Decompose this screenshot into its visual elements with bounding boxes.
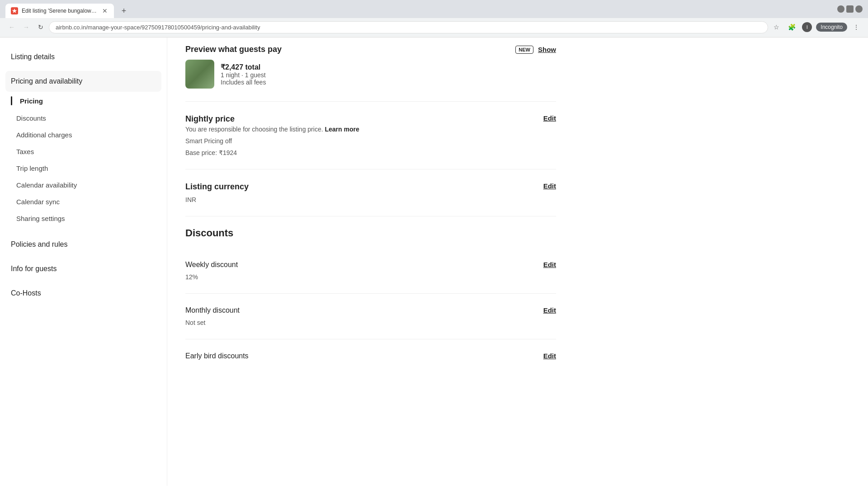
browser-titlebar: Edit listing 'Serene bungalow in c... ✕ …	[0, 0, 868, 18]
preview-img-inner	[185, 60, 214, 89]
listing-currency-text-block: Listing currency INR	[185, 182, 249, 203]
sidebar-sub-item-pricing[interactable]: Pricing	[0, 92, 167, 110]
sidebar-item-info-guests[interactable]: Info for guests	[0, 258, 167, 279]
preview-controls: NEW Show	[515, 46, 556, 54]
sidebar-sub-trip-length-label: Trip length	[16, 164, 48, 172]
bookmark-icon[interactable]: ☆	[770, 21, 783, 33]
tab-favicon	[11, 7, 18, 14]
listing-currency-header: Listing currency INR Edit	[185, 182, 556, 203]
browser-tab-active[interactable]: Edit listing 'Serene bungalow in c... ✕	[5, 4, 114, 18]
listing-currency-edit-button[interactable]: Edit	[534, 182, 556, 190]
preview-text: ₹2,427 total 1 night · 1 guest Includes …	[221, 63, 556, 86]
minimize-button[interactable]	[837, 5, 844, 13]
base-price-value: Base price: ₹1924	[185, 149, 359, 156]
listing-currency-title: Listing currency	[185, 182, 249, 192]
monthly-discount-section: Monthly discount Not set Edit	[185, 294, 556, 339]
discounts-heading-row: Discounts	[185, 216, 556, 248]
nightly-price-subtitle: You are responsible for choosing the lis…	[185, 126, 359, 133]
nightly-price-edit-button[interactable]: Edit	[534, 114, 556, 122]
sidebar-section-pricing: Pricing and availability Pricing Discoun…	[0, 71, 167, 230]
sidebar-sub-additional-charges-label: Additional charges	[16, 131, 72, 139]
monthly-discount-edit-button[interactable]: Edit	[534, 306, 556, 314]
back-button[interactable]: ←	[5, 21, 18, 33]
sidebar-sub-taxes-label: Taxes	[16, 148, 34, 155]
forward-button[interactable]: →	[20, 21, 33, 33]
listing-currency-section: Listing currency INR Edit	[185, 169, 556, 216]
sidebar-section-listing: Listing details	[0, 47, 167, 67]
menu-icon[interactable]: ⋮	[850, 21, 863, 33]
sidebar-sub-pricing-label: Pricing	[20, 97, 43, 105]
sidebar-item-pricing-availability[interactable]: Pricing and availability	[5, 71, 161, 92]
extensions-icon[interactable]: 🧩	[785, 21, 798, 33]
nightly-price-subtitle-text: You are responsible for choosing the lis…	[185, 126, 323, 133]
maximize-button[interactable]	[846, 5, 854, 13]
sidebar: Listing details Pricing and availability…	[0, 38, 167, 486]
url-text: airbnb.co.in/manage-your-space/927509178…	[56, 24, 260, 31]
preview-header: Preview what guests pay NEW Show	[185, 45, 556, 54]
weekly-discount-section: Weekly discount 12% Edit	[185, 248, 556, 294]
address-bar[interactable]: airbnb.co.in/manage-your-space/927509178…	[49, 21, 768, 33]
sidebar-sub-item-additional-charges[interactable]: Additional charges	[0, 127, 167, 143]
sidebar-sub-item-calendar-sync[interactable]: Calendar sync	[0, 193, 167, 210]
preview-total-price: ₹2,427 total	[221, 63, 556, 71]
toolbar-icons: ☆ 🧩 I Incognito ⋮	[770, 21, 863, 33]
monthly-discount-value: Not set	[185, 319, 240, 326]
preview-stay-info: 1 night · 1 guest	[221, 71, 556, 79]
weekly-discount-edit-button[interactable]: Edit	[534, 261, 556, 268]
sidebar-sub-item-sharing-settings[interactable]: Sharing settings	[0, 210, 167, 227]
learn-more-link[interactable]: Learn more	[325, 126, 359, 133]
browser-chrome: Edit listing 'Serene bungalow in c... ✕ …	[0, 0, 868, 38]
nightly-price-section: Nightly price You are responsible for ch…	[185, 102, 556, 169]
reload-button[interactable]: ↻	[34, 21, 47, 33]
sidebar-sub-item-trip-length[interactable]: Trip length	[0, 160, 167, 177]
early-bird-header: Early bird discounts Edit	[185, 352, 556, 362]
main-content: Preview what guests pay NEW Show ₹2,427 …	[167, 38, 574, 486]
nightly-price-header: Nightly price You are responsible for ch…	[185, 114, 556, 156]
preview-listing-image	[185, 60, 214, 89]
sidebar-section-co-hosts: Co-Hosts	[0, 283, 167, 304]
smart-pricing-status: Smart Pricing off	[185, 137, 359, 145]
new-badge: NEW	[515, 46, 533, 54]
weekly-discount-title: Weekly discount	[185, 261, 238, 269]
sidebar-sub-items: Pricing Discounts Additional charges Tax…	[0, 92, 167, 230]
sidebar-section-info-guests: Info for guests	[0, 258, 167, 279]
weekly-discount-text-block: Weekly discount 12%	[185, 261, 238, 281]
sidebar-item-listing-details[interactable]: Listing details	[0, 47, 167, 67]
sidebar-sub-discounts-label: Discounts	[16, 114, 46, 122]
incognito-badge: Incognito	[816, 23, 847, 32]
nightly-price-title: Nightly price	[185, 114, 359, 124]
sidebar-sub-sharing-settings-label: Sharing settings	[16, 215, 65, 222]
preview-title: Preview what guests pay	[185, 45, 282, 54]
sidebar-item-policies-rules[interactable]: Policies and rules	[0, 234, 167, 255]
tab-close-button[interactable]: ✕	[101, 7, 108, 14]
discounts-heading: Discounts	[185, 227, 556, 239]
preview-detail: ₹2,427 total 1 night · 1 guest Includes …	[185, 60, 556, 89]
sidebar-section-policies: Policies and rules	[0, 234, 167, 255]
weekly-discount-value: 12%	[185, 273, 238, 281]
sidebar-sub-item-taxes[interactable]: Taxes	[0, 143, 167, 160]
monthly-discount-text-block: Monthly discount Not set	[185, 306, 240, 326]
close-button[interactable]	[855, 5, 863, 13]
early-bird-title: Early bird discounts	[185, 352, 249, 360]
early-bird-text-block: Early bird discounts	[185, 352, 249, 362]
early-bird-edit-button[interactable]: Edit	[534, 352, 556, 360]
listing-currency-value: INR	[185, 196, 249, 203]
show-button[interactable]: Show	[538, 46, 556, 53]
preview-section: Preview what guests pay NEW Show ₹2,427 …	[185, 38, 556, 102]
sidebar-sub-calendar-sync-label: Calendar sync	[16, 198, 60, 206]
preview-content: Preview what guests pay NEW Show ₹2,427 …	[185, 45, 556, 89]
tab-title: Edit listing 'Serene bungalow in c...	[22, 8, 98, 14]
monthly-discount-title: Monthly discount	[185, 306, 240, 314]
monthly-discount-header: Monthly discount Not set Edit	[185, 306, 556, 326]
page: Listing details Pricing and availability…	[0, 38, 868, 486]
sidebar-sub-item-discounts[interactable]: Discounts	[0, 110, 167, 127]
sidebar-item-co-hosts[interactable]: Co-Hosts	[0, 283, 167, 304]
profile-icon[interactable]: I	[801, 21, 813, 33]
preview-includes-fees: Includes all fees	[221, 79, 556, 86]
new-tab-button[interactable]: +	[118, 5, 130, 17]
browser-toolbar: ← → ↻ airbnb.co.in/manage-your-space/927…	[0, 18, 868, 37]
sidebar-sub-item-calendar-availability[interactable]: Calendar availability	[0, 177, 167, 193]
nightly-price-text-block: Nightly price You are responsible for ch…	[185, 114, 359, 156]
weekly-discount-header: Weekly discount 12% Edit	[185, 261, 556, 281]
sidebar-sub-calendar-avail-label: Calendar availability	[16, 181, 77, 189]
